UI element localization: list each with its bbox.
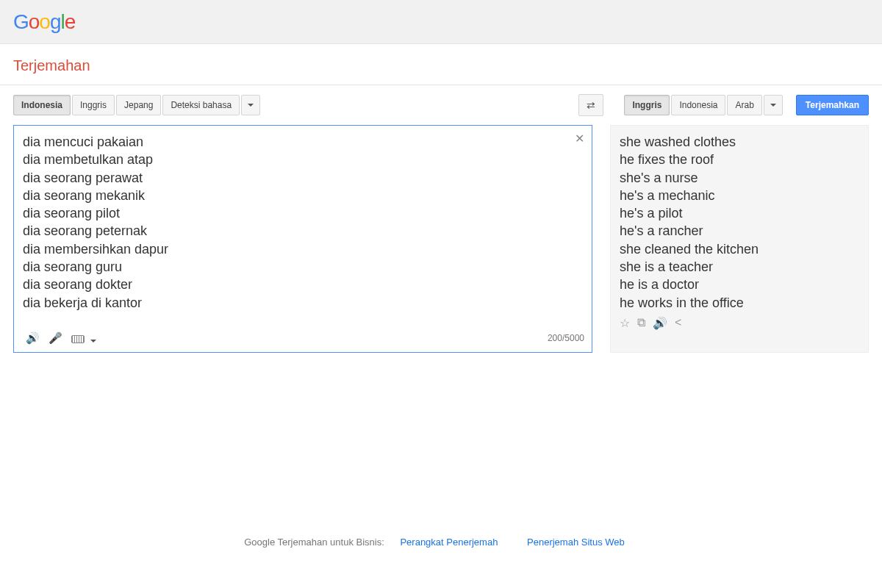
target-action-icons: ☆ ⧉ 🔊 < [620,316,859,330]
clear-input-button[interactable]: ✕ [575,132,584,146]
footer: Google Terjemahan untuk Bisnis: Perangka… [0,537,882,548]
source-panel: ✕ dia mencuci pakaian dia membetulkan at… [13,125,592,353]
source-lang-tab-jepang[interactable]: Jepang [116,95,161,115]
save-translation-button[interactable]: ☆ [620,316,630,330]
source-lang-tabs: Indonesia Inggris Jepang Deteksi bahasa [13,95,260,115]
top-bar: Google [0,0,882,44]
source-lang-tab-indonesia[interactable]: Indonesia [13,95,71,115]
target-lang-tab-arab[interactable]: Arab [727,95,761,115]
microphone-icon: 🎤 [49,331,62,344]
caret-down-icon [770,104,776,107]
copy-translation-button[interactable]: ⧉ [637,316,645,330]
source-text-input[interactable]: dia mencuci pakaian dia membetulkan atap… [14,126,592,324]
voice-input-button[interactable]: 🎤 [44,329,67,348]
listen-translation-button[interactable]: 🔊 [653,316,667,330]
character-count: 200/5000 [548,333,584,343]
share-translation-button[interactable]: < [675,316,681,330]
target-lang-dropdown[interactable] [764,95,783,115]
listen-source-button[interactable]: 🔊 [21,329,44,348]
speaker-icon: 🔊 [26,331,40,344]
google-logo[interactable]: Google [13,10,75,34]
footer-link-toolkit[interactable]: Perangkat Penerjemah [400,537,498,548]
target-lang-tabs: Inggris Indonesia Arab [624,95,782,115]
swap-icon: ⇄ [587,99,595,111]
translated-text: she washed clothes he fixes the roof she… [620,133,859,312]
title-row: Terjemahan [0,44,882,85]
page-title: Terjemahan [13,57,869,74]
keyboard-input-button[interactable] [67,329,101,348]
translate-button[interactable]: Terjemahkan [796,95,869,115]
caret-down-icon [90,340,96,343]
language-toolbar: Indonesia Inggris Jepang Deteksi bahasa … [0,85,882,122]
target-lang-tab-inggris[interactable]: Inggris [624,95,670,115]
source-lang-tab-detect[interactable]: Deteksi bahasa [162,95,240,115]
translation-panels: ✕ dia mencuci pakaian dia membetulkan at… [0,122,882,353]
keyboard-icon [71,335,85,343]
source-lang-dropdown[interactable] [241,95,260,115]
target-panel: she washed clothes he fixes the roof she… [610,125,869,353]
caret-down-icon [248,104,254,107]
target-lang-tab-indonesia[interactable]: Indonesia [671,95,725,115]
footer-label: Google Terjemahan untuk Bisnis: [244,537,384,548]
source-lang-tab-inggris[interactable]: Inggris [72,95,115,115]
source-footer: 🔊 🎤 200/5000 [14,324,592,352]
footer-link-website-translator[interactable]: Penerjemah Situs Web [527,537,625,548]
swap-languages-button[interactable]: ⇄ [578,94,603,116]
